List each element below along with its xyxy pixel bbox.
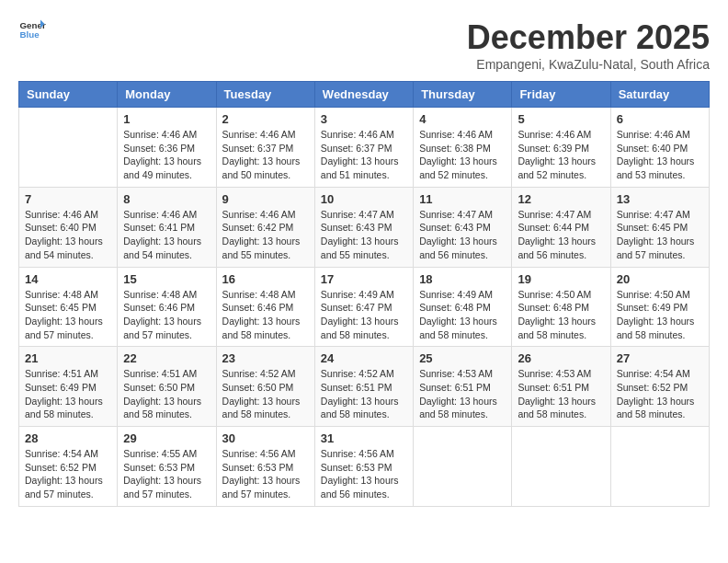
day-number: 11 xyxy=(419,192,506,206)
week-row-1: 1Sunrise: 4:46 AMSunset: 6:36 PMDaylight… xyxy=(19,108,710,188)
day-cell: 3Sunrise: 4:46 AMSunset: 6:37 PMDaylight… xyxy=(314,108,413,188)
week-row-4: 21Sunrise: 4:51 AMSunset: 6:49 PMDayligh… xyxy=(19,347,710,427)
day-number: 13 xyxy=(617,192,703,206)
day-info: Sunrise: 4:51 AMSunset: 6:50 PMDaylight:… xyxy=(123,367,210,421)
day-cell: 13Sunrise: 4:47 AMSunset: 6:45 PMDayligh… xyxy=(610,187,709,267)
day-cell: 30Sunrise: 4:56 AMSunset: 6:53 PMDayligh… xyxy=(216,427,314,507)
day-number: 23 xyxy=(222,351,309,365)
day-cell: 27Sunrise: 4:54 AMSunset: 6:52 PMDayligh… xyxy=(610,347,709,427)
svg-text:Blue: Blue xyxy=(20,29,40,40)
day-info: Sunrise: 4:46 AMSunset: 6:41 PMDaylight:… xyxy=(123,208,210,262)
location-title: Empangeni, KwaZulu-Natal, South Africa xyxy=(467,57,710,72)
day-info: Sunrise: 4:48 AMSunset: 6:45 PMDaylight:… xyxy=(25,288,111,342)
day-number: 18 xyxy=(419,272,506,286)
header-thursday: Thursday xyxy=(414,82,512,108)
header-sunday: Sunday xyxy=(19,82,118,108)
day-number: 21 xyxy=(25,351,111,365)
header-tuesday: Tuesday xyxy=(216,82,314,108)
day-info: Sunrise: 4:46 AMSunset: 6:40 PMDaylight:… xyxy=(25,208,111,262)
day-info: Sunrise: 4:56 AMSunset: 6:53 PMDaylight:… xyxy=(321,447,407,501)
day-number: 4 xyxy=(419,112,506,126)
day-info: Sunrise: 4:52 AMSunset: 6:50 PMDaylight:… xyxy=(222,367,309,421)
day-info: Sunrise: 4:46 AMSunset: 6:40 PMDaylight:… xyxy=(617,128,703,182)
day-number: 29 xyxy=(123,431,210,445)
day-cell xyxy=(19,108,118,188)
header-monday: Monday xyxy=(118,82,216,108)
day-number: 9 xyxy=(222,192,309,206)
day-info: Sunrise: 4:47 AMSunset: 6:44 PMDaylight:… xyxy=(518,208,604,262)
day-info: Sunrise: 4:50 AMSunset: 6:48 PMDaylight:… xyxy=(518,288,604,342)
week-row-3: 14Sunrise: 4:48 AMSunset: 6:45 PMDayligh… xyxy=(19,267,710,347)
day-cell: 14Sunrise: 4:48 AMSunset: 6:45 PMDayligh… xyxy=(19,267,118,347)
day-number: 15 xyxy=(123,272,210,286)
day-number: 19 xyxy=(518,272,604,286)
day-info: Sunrise: 4:54 AMSunset: 6:52 PMDaylight:… xyxy=(25,447,111,501)
day-info: Sunrise: 4:49 AMSunset: 6:48 PMDaylight:… xyxy=(419,288,506,342)
day-cell: 20Sunrise: 4:50 AMSunset: 6:49 PMDayligh… xyxy=(610,267,709,347)
week-row-5: 28Sunrise: 4:54 AMSunset: 6:52 PMDayligh… xyxy=(19,427,710,507)
day-info: Sunrise: 4:46 AMSunset: 6:37 PMDaylight:… xyxy=(321,128,407,182)
day-number: 1 xyxy=(123,112,210,126)
day-cell: 31Sunrise: 4:56 AMSunset: 6:53 PMDayligh… xyxy=(314,427,413,507)
day-cell xyxy=(414,427,512,507)
day-number: 26 xyxy=(518,351,604,365)
day-cell: 10Sunrise: 4:47 AMSunset: 6:43 PMDayligh… xyxy=(314,187,413,267)
day-cell: 26Sunrise: 4:53 AMSunset: 6:51 PMDayligh… xyxy=(512,347,610,427)
day-cell: 24Sunrise: 4:52 AMSunset: 6:51 PMDayligh… xyxy=(314,347,413,427)
header: General Blue December 2025 Empangeni, Kw… xyxy=(18,18,710,72)
day-cell: 9Sunrise: 4:46 AMSunset: 6:42 PMDaylight… xyxy=(216,187,314,267)
month-title: December 2025 xyxy=(467,18,710,57)
title-area: December 2025 Empangeni, KwaZulu-Natal, … xyxy=(467,18,710,72)
day-number: 30 xyxy=(222,431,309,445)
day-info: Sunrise: 4:49 AMSunset: 6:47 PMDaylight:… xyxy=(321,288,407,342)
day-info: Sunrise: 4:48 AMSunset: 6:46 PMDaylight:… xyxy=(123,288,210,342)
day-cell: 18Sunrise: 4:49 AMSunset: 6:48 PMDayligh… xyxy=(414,267,512,347)
day-number: 14 xyxy=(25,272,111,286)
day-number: 6 xyxy=(617,112,703,126)
day-cell: 15Sunrise: 4:48 AMSunset: 6:46 PMDayligh… xyxy=(118,267,216,347)
header-friday: Friday xyxy=(512,82,610,108)
day-info: Sunrise: 4:55 AMSunset: 6:53 PMDaylight:… xyxy=(123,447,210,501)
day-number: 7 xyxy=(25,192,111,206)
day-info: Sunrise: 4:48 AMSunset: 6:46 PMDaylight:… xyxy=(222,288,309,342)
day-cell: 4Sunrise: 4:46 AMSunset: 6:38 PMDaylight… xyxy=(414,108,512,188)
day-number: 24 xyxy=(321,351,407,365)
day-number: 22 xyxy=(123,351,210,365)
day-number: 16 xyxy=(222,272,309,286)
day-cell: 23Sunrise: 4:52 AMSunset: 6:50 PMDayligh… xyxy=(216,347,314,427)
day-cell: 22Sunrise: 4:51 AMSunset: 6:50 PMDayligh… xyxy=(118,347,216,427)
day-info: Sunrise: 4:54 AMSunset: 6:52 PMDaylight:… xyxy=(617,367,703,421)
day-info: Sunrise: 4:46 AMSunset: 6:38 PMDaylight:… xyxy=(419,128,506,182)
day-cell: 2Sunrise: 4:46 AMSunset: 6:37 PMDaylight… xyxy=(216,108,314,188)
day-number: 17 xyxy=(321,272,407,286)
day-number: 10 xyxy=(321,192,407,206)
day-number: 5 xyxy=(518,112,604,126)
day-info: Sunrise: 4:51 AMSunset: 6:49 PMDaylight:… xyxy=(25,367,111,421)
day-cell: 25Sunrise: 4:53 AMSunset: 6:51 PMDayligh… xyxy=(414,347,512,427)
day-cell: 17Sunrise: 4:49 AMSunset: 6:47 PMDayligh… xyxy=(314,267,413,347)
day-info: Sunrise: 4:53 AMSunset: 6:51 PMDaylight:… xyxy=(419,367,506,421)
logo: General Blue xyxy=(18,18,46,40)
day-cell: 21Sunrise: 4:51 AMSunset: 6:49 PMDayligh… xyxy=(19,347,118,427)
day-cell: 11Sunrise: 4:47 AMSunset: 6:43 PMDayligh… xyxy=(414,187,512,267)
day-info: Sunrise: 4:53 AMSunset: 6:51 PMDaylight:… xyxy=(518,367,604,421)
day-info: Sunrise: 4:46 AMSunset: 6:42 PMDaylight:… xyxy=(222,208,309,262)
day-cell: 7Sunrise: 4:46 AMSunset: 6:40 PMDaylight… xyxy=(19,187,118,267)
day-cell xyxy=(610,427,709,507)
day-cell: 29Sunrise: 4:55 AMSunset: 6:53 PMDayligh… xyxy=(118,427,216,507)
day-info: Sunrise: 4:46 AMSunset: 6:39 PMDaylight:… xyxy=(518,128,604,182)
day-number: 12 xyxy=(518,192,604,206)
day-number: 31 xyxy=(321,431,407,445)
day-cell: 16Sunrise: 4:48 AMSunset: 6:46 PMDayligh… xyxy=(216,267,314,347)
day-info: Sunrise: 4:47 AMSunset: 6:43 PMDaylight:… xyxy=(419,208,506,262)
day-number: 20 xyxy=(617,272,703,286)
day-info: Sunrise: 4:47 AMSunset: 6:45 PMDaylight:… xyxy=(617,208,703,262)
day-cell: 12Sunrise: 4:47 AMSunset: 6:44 PMDayligh… xyxy=(512,187,610,267)
day-info: Sunrise: 4:52 AMSunset: 6:51 PMDaylight:… xyxy=(321,367,407,421)
day-cell: 28Sunrise: 4:54 AMSunset: 6:52 PMDayligh… xyxy=(19,427,118,507)
header-row: SundayMondayTuesdayWednesdayThursdayFrid… xyxy=(19,82,710,108)
day-info: Sunrise: 4:47 AMSunset: 6:43 PMDaylight:… xyxy=(321,208,407,262)
day-info: Sunrise: 4:46 AMSunset: 6:37 PMDaylight:… xyxy=(222,128,309,182)
day-info: Sunrise: 4:46 AMSunset: 6:36 PMDaylight:… xyxy=(123,128,210,182)
day-number: 8 xyxy=(123,192,210,206)
